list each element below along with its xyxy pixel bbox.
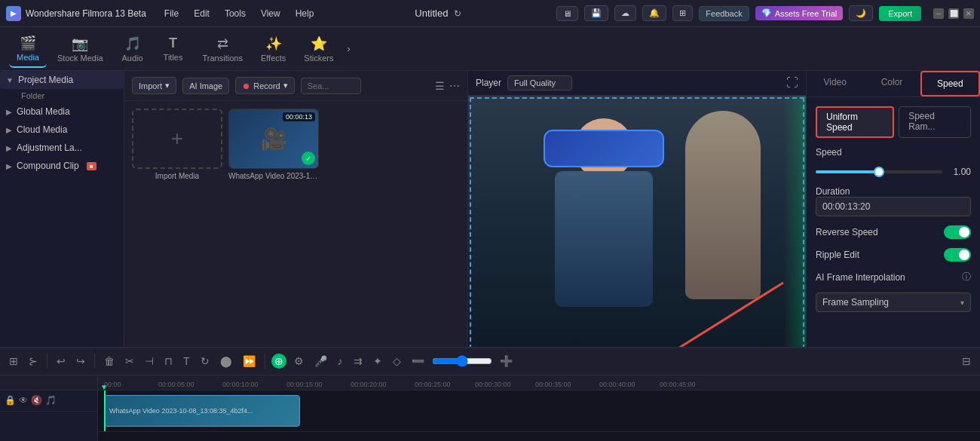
text-icon[interactable]: T [180,354,193,369]
reverse-speed-toggle[interactable] [944,225,971,239]
ruler-corner [0,375,97,390]
quality-select[interactable]: Full Quality [507,75,572,90]
eye-icon[interactable]: 👁 [19,395,28,406]
mute-icon[interactable]: 🔇 [31,395,42,406]
media-tab-icon: 🎬 [20,35,36,51]
tab-stock-media[interactable]: 📷 Stock Media [50,31,111,67]
media-tabs-bar: 🎬 Media 📷 Stock Media 🎵 Audio T Titles ⇄… [0,27,980,71]
delete-icon[interactable]: 🗑 [101,354,118,369]
transition-apply-icon[interactable]: ⇉ [351,354,366,369]
more-options-icon[interactable]: ⋯ [449,80,460,92]
audio-track-icon[interactable]: 🎵 [45,395,57,406]
uniform-speed-tab[interactable]: Uniform Speed [816,106,894,138]
titlebar: ▶ Wondershare Filmora 13 Beta File Edit … [0,0,980,27]
audio-label: Audio [121,54,142,63]
refresh-icon[interactable]: ↻ [454,8,461,19]
tab-transitions[interactable]: ⇄ Transitions [195,31,250,67]
close-button[interactable]: ✕ [963,8,974,19]
snap-icon[interactable]: ⊱ [26,354,41,369]
frame-sampling-dropdown[interactable]: Frame Sampling ▾ [816,292,971,312]
screen-icon-btn[interactable]: 🖥 [556,6,578,21]
video-thumb[interactable]: 🎥 00:00:13 ✓ [228,109,319,169]
assets-trial-button[interactable]: 💎 Assets Free Trial [755,6,844,20]
music-icon[interactable]: ♪ [335,354,346,369]
forward-icon[interactable]: ⏩ [240,354,259,369]
duration-input[interactable] [816,197,971,216]
tab-audio[interactable]: 🎵 Audio [114,31,152,67]
speed-slider[interactable] [816,170,942,173]
expand-tabs-icon[interactable]: › [344,41,353,57]
minimize-button[interactable]: ─ [933,8,944,19]
stickers-label: Stickers [304,54,333,63]
search-input[interactable] [301,78,361,94]
speed-type-tabs: Uniform Speed Speed Ram... [816,106,971,138]
sidebar-item-project-media[interactable]: ▼ Project Media [0,71,124,89]
zoom-in-icon[interactable]: ➕ [497,354,516,369]
sidebar-item-compound-clip[interactable]: ▶ Compound Clip ■ [0,157,124,175]
tab-speed[interactable]: Speed [920,71,980,96]
split-icon[interactable]: ⊣ [142,354,157,369]
menu-help[interactable]: Help [289,7,320,20]
save-icon-btn[interactable]: 💾 [584,5,608,21]
compound-clip-badge: ■ [87,162,96,170]
keyframe-icon[interactable]: ◇ [390,354,404,369]
crop-icon[interactable]: ⊓ [161,354,176,369]
tab-video[interactable]: Video [807,71,863,96]
app-logo: ▶ Wondershare Filmora 13 Beta [6,6,146,21]
effects-apply-icon[interactable]: ✦ [370,354,385,369]
timeline-track-controls: 🔒 👁 🔇 🎵 [0,375,98,441]
menu-view[interactable]: View [255,7,286,20]
app-logo-icon: ▶ [6,6,21,21]
tab-effects[interactable]: ✨ Effects [253,31,293,67]
feedback-button[interactable]: Feedback [699,6,749,21]
undo-icon[interactable]: ↩ [54,354,69,369]
bell-icon-btn[interactable]: 🔔 [642,5,666,21]
sidebar-item-adjustment[interactable]: ▶ Adjustment La... [0,139,124,157]
fullscreen-icon[interactable]: ⛶ [786,76,798,90]
zoom-out-icon[interactable]: ➖ [409,354,427,369]
filter-icon[interactable]: ☰ [435,80,445,92]
timeline-clip[interactable]: WhatsApp Video 2023-10-08_13:08:35_4b2f4… [104,395,300,427]
grid-icon-btn[interactable]: ⊞ [672,5,693,21]
effects-label: Effects [261,54,286,63]
ai-image-button[interactable]: AI Image [182,78,229,94]
tab-titles[interactable]: T Titles [155,31,192,66]
sidebar-item-global-media[interactable]: ▶ Global Media [0,103,124,121]
sidebar-item-label: Compound Clip [17,161,79,171]
export-button[interactable]: Export [879,6,921,21]
maximize-button[interactable]: ⬜ [948,8,959,19]
cloud-icon-btn[interactable]: ☁ [614,5,636,21]
ripple-edit-toggle[interactable] [944,248,971,262]
settings-icon[interactable]: ⚙ [291,354,307,369]
ai-frame-info-icon[interactable]: ⓘ [962,271,971,283]
toolbar-separator [47,354,47,369]
redo-icon[interactable]: ↪ [73,354,88,369]
audio-icon: 🎵 [124,35,141,52]
zoom-slider[interactable] [432,355,492,367]
import-button[interactable]: Import ▾ [132,77,176,94]
cut-icon[interactable]: ✂ [122,354,137,369]
speed-control-section: Speed 1.00 [816,147,971,177]
menu-file[interactable]: File [158,7,185,20]
color-icon[interactable]: ⬤ [217,354,235,369]
sidebar-item-folder[interactable]: Folder [0,89,124,103]
import-media-thumb[interactable]: + [132,109,222,169]
record-button[interactable]: ⏺ Record ▾ [235,77,294,94]
chevron-down-icon: ▼ [6,76,14,84]
sidebar-item-cloud-media[interactable]: ▶ Cloud Media [0,121,124,139]
theme-icon-btn[interactable]: 🌙 [849,5,873,21]
menu-tools[interactable]: Tools [219,7,252,20]
add-track-button[interactable]: ⊕ [271,354,286,369]
tab-color[interactable]: Color [863,71,920,96]
add-track-icon: ⊕ [274,355,283,367]
titlebar-right: 🖥 💾 ☁ 🔔 ⊞ Feedback 💎 Assets Free Trial 🌙… [556,5,974,21]
speed-ramp-tab[interactable]: Speed Ram... [899,106,971,138]
lock-icon[interactable]: 🔒 [5,395,16,406]
speed-icon[interactable]: ↻ [198,354,213,369]
menu-edit[interactable]: Edit [188,7,216,20]
tab-stickers[interactable]: ⭐ Stickers [296,31,341,67]
scene-detect-icon[interactable]: ⊞ [6,354,21,369]
layout-icon[interactable]: ⊟ [959,354,974,369]
tab-media[interactable]: 🎬 Media [9,30,47,68]
mic-icon[interactable]: 🎤 [311,354,330,369]
